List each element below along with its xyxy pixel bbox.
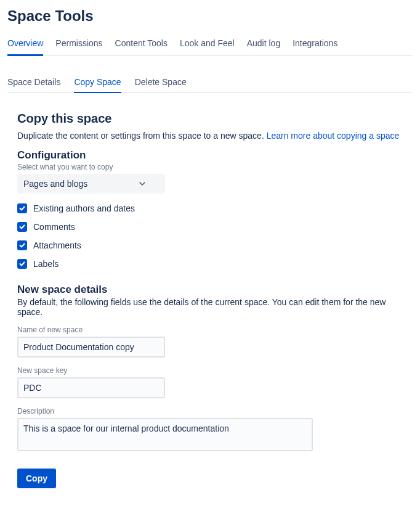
copy-description: Duplicate the content or settings from t…: [17, 131, 413, 141]
checkbox-attachments[interactable]: [17, 240, 27, 250]
checkbox-authors[interactable]: [17, 203, 27, 213]
configuration-heading: Configuration: [17, 149, 413, 162]
tab-integrations[interactable]: Integrations: [293, 33, 337, 56]
checkbox-row-comments: Comments: [17, 222, 413, 232]
subtab-delete-space[interactable]: Delete Space: [135, 73, 187, 93]
checkbox-authors-label: Existing authors and dates: [33, 203, 135, 213]
configuration-hint: Select what you want to copy: [17, 163, 413, 171]
checkbox-labels-label: Labels: [33, 259, 59, 269]
description-label: Description: [17, 407, 413, 416]
key-label: New space key: [17, 366, 413, 375]
checkbox-row-attachments: Attachments: [17, 240, 413, 250]
field-group-description: Description: [17, 407, 413, 454]
details-heading: New space details: [17, 284, 413, 296]
copy-button[interactable]: Copy: [17, 469, 56, 488]
field-group-key: New space key: [17, 366, 413, 398]
copy-type-select[interactable]: Pages and blogs: [17, 174, 165, 194]
tab-content-tools[interactable]: Content Tools: [115, 33, 168, 56]
name-label: Name of new space: [17, 326, 413, 334]
checkbox-comments[interactable]: [17, 222, 27, 232]
chevron-down-icon: [139, 181, 145, 187]
tab-audit-log[interactable]: Audit log: [247, 33, 280, 56]
tabs-primary: Overview Permissions Content Tools Look …: [7, 33, 413, 56]
description-textarea[interactable]: [17, 418, 313, 451]
copy-type-value: Pages and blogs: [23, 179, 87, 189]
name-input[interactable]: [17, 337, 165, 358]
checkbox-row-labels: Labels: [17, 259, 413, 269]
details-description: By default, the following fields use the…: [17, 297, 413, 317]
field-group-name: Name of new space: [17, 326, 413, 358]
copy-description-text: Duplicate the content or settings from t…: [17, 131, 267, 141]
subtab-space-details[interactable]: Space Details: [7, 73, 60, 93]
checkbox-attachments-label: Attachments: [33, 240, 81, 250]
key-input[interactable]: [17, 377, 165, 398]
tab-look-and-feel[interactable]: Look and Feel: [180, 33, 235, 56]
checkbox-row-authors: Existing authors and dates: [17, 203, 413, 213]
subtab-copy-space[interactable]: Copy Space: [74, 73, 121, 93]
tabs-secondary: Space Details Copy Space Delete Space: [7, 73, 413, 93]
learn-more-link[interactable]: Learn more about copying a space: [267, 131, 400, 141]
tab-permissions[interactable]: Permissions: [55, 33, 102, 56]
tab-overview[interactable]: Overview: [7, 33, 43, 56]
checkbox-labels[interactable]: [17, 259, 27, 269]
checkbox-comments-label: Comments: [33, 222, 75, 232]
page-title: Space Tools: [7, 7, 413, 25]
copy-heading: Copy this space: [17, 112, 413, 126]
copy-space-section: Copy this space Duplicate the content or…: [17, 112, 413, 488]
